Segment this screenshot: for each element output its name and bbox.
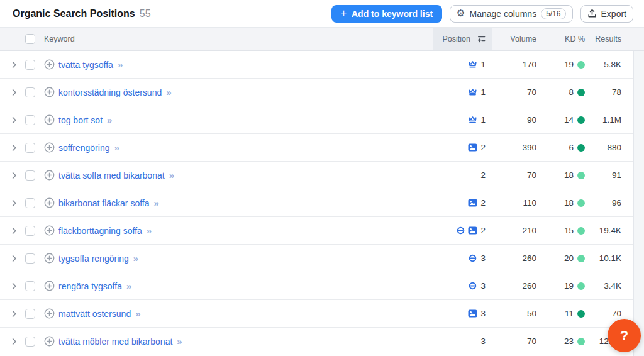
add-to-keyword-list-button[interactable]: + Add to keyword list <box>331 5 442 23</box>
table-row: tvätta tygsoffa » 1 170 19 5.8K <box>0 51 644 79</box>
results-value: 5.8K <box>585 60 621 69</box>
keyword-link[interactable]: mattvätt östersund <box>58 309 131 319</box>
open-keyword-icon[interactable]: » <box>135 308 140 319</box>
add-keyword-icon[interactable] <box>44 170 55 181</box>
manage-columns-button[interactable]: ⚙ Manage columns 5/16 <box>450 5 572 23</box>
expand-chevron-icon[interactable] <box>12 199 18 207</box>
kd-value: 15 <box>564 226 574 235</box>
open-keyword-icon[interactable]: » <box>169 170 174 181</box>
open-keyword-icon[interactable]: » <box>133 253 138 264</box>
row-checkbox[interactable] <box>25 281 35 291</box>
expand-chevron-icon[interactable] <box>12 310 18 318</box>
table-row: kontorsstädning östersund » 1 70 8 78 <box>0 79 644 106</box>
kd-cell: 6 <box>536 143 585 152</box>
select-all-checkbox[interactable] <box>25 34 35 44</box>
position-value: 1 <box>480 87 486 97</box>
keyword-link[interactable]: fläckborttagning soffa <box>58 226 142 236</box>
row-checkbox[interactable] <box>25 170 35 181</box>
image-pack-icon <box>468 143 477 152</box>
open-keyword-icon[interactable]: » <box>126 281 131 291</box>
column-header-kd[interactable]: KD % <box>536 35 585 43</box>
add-keyword-icon[interactable] <box>44 253 55 264</box>
keyword-link[interactable]: tvätta möbler med bikarbonat <box>58 337 172 347</box>
help-button[interactable]: ? <box>608 319 641 352</box>
add-keyword-icon[interactable] <box>44 281 55 291</box>
position-cell: 1 <box>410 60 486 69</box>
open-keyword-icon[interactable]: » <box>118 59 123 70</box>
keyword-cell: tvätta tygsoffa » <box>0 59 410 70</box>
volume-value: 260 <box>486 281 536 291</box>
serp-feature-icons <box>468 143 477 152</box>
open-keyword-icon[interactable]: » <box>177 336 182 347</box>
results-value: 96 <box>585 198 621 208</box>
expand-chevron-icon[interactable] <box>12 61 18 69</box>
expand-chevron-icon[interactable] <box>12 89 18 96</box>
add-keyword-icon[interactable] <box>44 197 55 208</box>
results-value: 70 <box>585 309 621 318</box>
keyword-link[interactable]: tvätta soffa med bikarbonat <box>58 170 165 181</box>
keyword-link[interactable]: tog bort sot <box>58 115 103 125</box>
position-value: 3 <box>480 253 486 263</box>
add-keyword-icon[interactable] <box>44 114 55 125</box>
kd-value: 23 <box>564 337 574 346</box>
position-value: 3 <box>480 337 486 346</box>
add-keyword-icon[interactable] <box>44 225 55 236</box>
kd-dot <box>577 172 585 179</box>
expand-chevron-icon[interactable] <box>12 144 18 152</box>
row-checkbox[interactable] <box>25 226 35 236</box>
open-keyword-icon[interactable]: » <box>107 114 112 125</box>
open-keyword-icon[interactable]: » <box>166 87 171 97</box>
serp-feature-icons <box>468 281 477 291</box>
volume-value: 260 <box>486 253 536 263</box>
expand-chevron-icon[interactable] <box>12 338 18 345</box>
export-button[interactable]: Export <box>580 5 633 23</box>
expand-chevron-icon[interactable] <box>12 282 18 290</box>
row-checkbox[interactable] <box>25 87 35 97</box>
keyword-cell: fläckborttagning soffa » <box>0 225 410 236</box>
position-cell: 2 <box>410 198 486 208</box>
keyword-link[interactable]: tvätta tygsoffa <box>58 60 113 70</box>
add-keyword-icon[interactable] <box>44 308 55 319</box>
expand-chevron-icon[interactable] <box>12 116 18 124</box>
add-keyword-icon[interactable] <box>44 87 55 97</box>
crown-icon <box>468 115 477 125</box>
row-checkbox[interactable] <box>25 115 35 125</box>
row-checkbox[interactable] <box>25 253 35 264</box>
column-header-position[interactable]: Position <box>410 35 486 44</box>
position-cell: 3 <box>410 309 486 318</box>
keyword-link[interactable]: rengöra tygsoffa <box>58 281 122 291</box>
columns-count-badge: 5/16 <box>541 8 565 19</box>
keyword-link[interactable]: soffrengöring <box>58 143 109 153</box>
row-checkbox[interactable] <box>25 337 35 347</box>
expand-chevron-icon[interactable] <box>12 172 18 179</box>
keyword-link[interactable]: bikarbonat fläckar soffa <box>58 198 150 208</box>
column-header-volume[interactable]: Volume <box>486 35 536 43</box>
kd-dot <box>577 89 585 96</box>
serp-feature-icons <box>468 309 477 318</box>
add-keyword-icon[interactable] <box>44 142 55 153</box>
expand-chevron-icon[interactable] <box>12 227 18 235</box>
serp-feature-icons <box>468 115 477 125</box>
kd-cell: 23 <box>536 337 585 346</box>
expand-chevron-icon[interactable] <box>12 255 18 262</box>
open-keyword-icon[interactable]: » <box>147 225 152 236</box>
position-cell: 3 <box>410 253 486 263</box>
row-checkbox[interactable] <box>25 60 35 70</box>
volume-value: 110 <box>486 198 536 208</box>
add-keyword-icon[interactable] <box>44 59 55 70</box>
table-row: fläckborttagning soffa » 2 210 15 19.4K <box>0 217 644 245</box>
kd-dot <box>577 282 585 290</box>
row-checkbox[interactable] <box>25 143 35 153</box>
column-header-results[interactable]: Results <box>585 35 621 43</box>
open-keyword-icon[interactable]: » <box>114 142 119 153</box>
row-checkbox[interactable] <box>25 309 35 319</box>
sitelinks-icon <box>468 281 477 291</box>
keyword-link[interactable]: kontorsstädning östersund <box>58 87 162 97</box>
kd-dot <box>577 144 585 152</box>
kd-cell: 19 <box>536 281 585 291</box>
keyword-link[interactable]: tygsoffa rengöring <box>58 253 129 264</box>
open-keyword-icon[interactable]: » <box>154 197 159 208</box>
add-keyword-icon[interactable] <box>44 336 55 347</box>
keyword-cell: tog bort sot » <box>0 114 410 125</box>
row-checkbox[interactable] <box>25 198 35 208</box>
